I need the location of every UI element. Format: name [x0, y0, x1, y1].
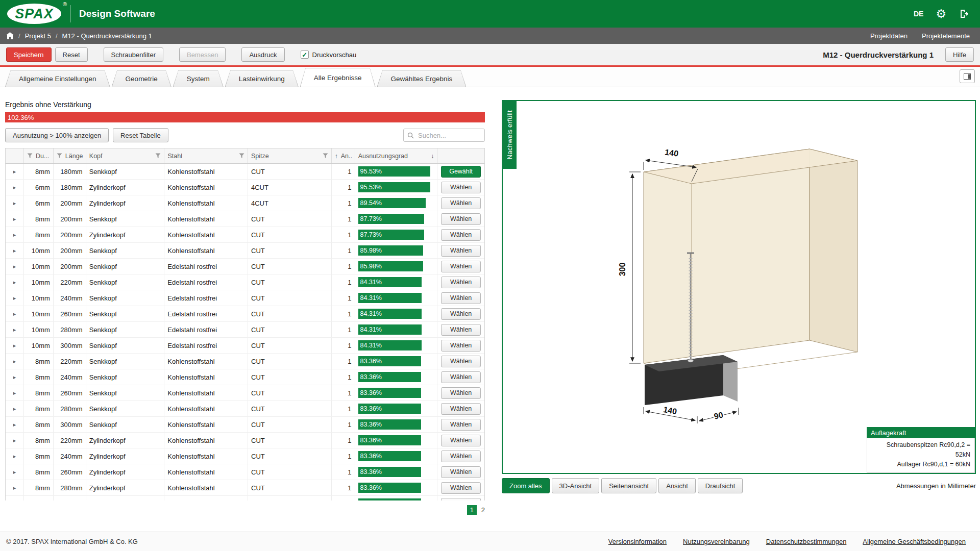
header-durchmesser[interactable]: Du... — [24, 148, 54, 163]
tab-system[interactable]: System — [173, 70, 224, 87]
row-expander[interactable]: ▸ — [6, 354, 24, 369]
row-expander[interactable]: ▸ — [6, 496, 24, 500]
table-row[interactable]: ▸ 8mm 220mm Senkkopf Kohlenstoffstahl CU… — [6, 354, 484, 369]
panel-toggle-button[interactable] — [960, 69, 975, 83]
ansicht-button[interactable]: Ansicht — [658, 478, 696, 493]
spax-logo[interactable]: SPAX ® — [7, 4, 61, 24]
row-expander[interactable]: ▸ — [6, 164, 24, 179]
row-expander[interactable]: ▸ — [6, 306, 24, 321]
row-expander[interactable]: ▸ — [6, 322, 24, 337]
seitenansicht-button[interactable]: Seitenansicht — [601, 478, 656, 493]
tab-geometrie[interactable]: Geometrie — [112, 70, 172, 87]
select-button[interactable]: Wählen — [441, 261, 481, 272]
filter-icon[interactable] — [57, 153, 62, 159]
header-kopf[interactable]: Kopf — [86, 148, 165, 163]
select-button[interactable]: Wählen — [441, 182, 481, 193]
table-row[interactable]: ▸ 8mm 260mm Zylinderkopf Kohlenstoffstah… — [6, 464, 484, 480]
datenschutzbestimmungen-link[interactable]: Datenschutzbestimmungen — [766, 538, 847, 545]
page-1-button[interactable]: 1 — [467, 505, 477, 515]
table-row[interactable]: ▸ 10mm 200mm Senkkopf Edelstahl rostfrei… — [6, 259, 484, 274]
table-row[interactable]: ▸ 8mm 280mm Senkkopf Kohlenstoffstahl CU… — [6, 401, 484, 417]
table-row[interactable]: ▸ 6mm 200mm Zylinderkopf Kohlenstoffstah… — [6, 195, 484, 211]
table-row[interactable]: ▸ 8mm 220mm Zylinderkopf Kohlenstoffstah… — [6, 433, 484, 448]
show-over-100-button[interactable]: Ausnutzung > 100% anzeigen — [5, 128, 109, 142]
select-button[interactable]: Wählen — [441, 356, 481, 367]
nutzungsvereinbarung-link[interactable]: Nutzungsvereinbarung — [683, 538, 750, 545]
row-expander[interactable]: ▸ — [6, 417, 24, 432]
tab-gewaehltes-ergebnis[interactable]: Gewähltes Ergebnis — [377, 70, 467, 87]
hilfe-button[interactable]: Hilfe — [945, 47, 974, 62]
reset-table-button[interactable]: Reset Tabelle — [113, 128, 168, 142]
row-expander[interactable]: ▸ — [6, 369, 24, 385]
druckvorschau-checkbox[interactable]: ✓ Druckvorschau — [301, 51, 357, 59]
tab-alle-ergebnisse[interactable]: Alle Ergebnisse — [300, 68, 376, 87]
zoom-alles-button[interactable]: Zoom alles — [502, 478, 550, 493]
select-button[interactable]: Wählen — [441, 213, 481, 225]
row-expander[interactable]: ▸ — [6, 448, 24, 464]
table-row[interactable]: ▸ 8mm 240mm Senkkopf Kohlenstoffstahl CU… — [6, 369, 484, 385]
table-row[interactable]: ▸ 8mm 280mm Zylinderkopf Kohlenstoffstah… — [6, 480, 484, 496]
header-laenge[interactable]: Länge — [54, 148, 86, 163]
header-spitze[interactable]: Spitze — [248, 148, 332, 163]
table-row[interactable]: ▸ 8mm 240mm Zylinderkopf Kohlenstoffstah… — [6, 448, 484, 464]
projektdaten-link[interactable]: Projektdaten — [870, 32, 908, 40]
logout-icon[interactable] — [959, 9, 970, 19]
row-expander[interactable]: ▸ — [6, 401, 24, 416]
breadcrumb-current[interactable]: M12 - Querdruckverstärkung 1 — [62, 32, 152, 40]
schraubenfilter-button[interactable]: Schraubenfilter — [104, 47, 163, 62]
table-row[interactable]: ▸ 8mm 300mm Senkkopf Kohlenstoffstahl CU… — [6, 417, 484, 433]
select-button[interactable]: Wählen — [441, 371, 481, 383]
row-expander[interactable]: ▸ — [6, 211, 24, 227]
table-row[interactable]: ▸ 8mm 200mm Senkkopf Kohlenstoffstahl CU… — [6, 211, 484, 227]
table-row[interactable]: ▸ 10mm 220mm Senkkopf Edelstahl rostfrei… — [6, 274, 484, 290]
row-expander[interactable]: ▸ — [6, 274, 24, 290]
table-row[interactable]: ▸ 8mm 260mm Senkkopf Kohlenstoffstahl CU… — [6, 385, 484, 401]
select-button[interactable]: Wählen — [441, 498, 481, 501]
filter-icon[interactable] — [155, 153, 161, 159]
row-expander[interactable]: ▸ — [6, 259, 24, 274]
select-button[interactable]: Wählen — [441, 324, 481, 336]
select-button[interactable]: Wählen — [441, 435, 481, 446]
header-anzahl[interactable]: ↑ An.. — [332, 148, 355, 163]
header-stahl[interactable]: Stahl — [164, 148, 248, 163]
table-row[interactable]: ▸ 10mm 300mm Senkkopf Edelstahl rostfrei… — [6, 338, 484, 354]
row-expander[interactable]: ▸ — [6, 227, 24, 242]
viewer-viewport[interactable]: 140 300 140 90 Nachweis erfüllt Auflagek… — [502, 100, 976, 474]
row-expander[interactable]: ▸ — [6, 385, 24, 400]
row-expander[interactable]: ▸ — [6, 464, 24, 480]
reset-button[interactable]: Reset — [55, 47, 88, 62]
speichern-button[interactable]: Speichern — [6, 47, 52, 62]
row-expander[interactable]: ▸ — [6, 480, 24, 495]
tab-lasteinwirkung[interactable]: Lasteinwirkung — [225, 70, 299, 87]
select-button[interactable]: Wählen — [441, 340, 481, 352]
breadcrumb-project[interactable]: Projekt 5 — [25, 32, 51, 40]
table-row[interactable]: ▸ 10mm 280mm Senkkopf Edelstahl rostfrei… — [6, 322, 484, 338]
header-ausnutzungsgrad[interactable]: Ausnutzungsgrad ↓ — [355, 148, 438, 163]
versionsinformation-link[interactable]: Versionsinformation — [608, 538, 667, 545]
select-button[interactable]: Wählen — [441, 466, 481, 478]
row-expander[interactable]: ▸ — [6, 433, 24, 448]
select-button[interactable]: Wählen — [441, 450, 481, 462]
settings-gear-icon[interactable]: ⚙ — [936, 8, 946, 20]
row-expander[interactable]: ▸ — [6, 243, 24, 258]
table-row[interactable]: ▸ 10mm 240mm Senkkopf Edelstahl rostfrei… — [6, 290, 484, 306]
select-button[interactable]: Wählen — [441, 197, 481, 209]
select-button[interactable]: Gewählt — [441, 166, 481, 178]
table-row[interactable]: ▸ 10mm 260mm Senkkopf Edelstahl rostfrei… — [6, 306, 484, 322]
agb-link[interactable]: Allgemeine Geschäftsbedingungen — [863, 538, 966, 545]
table-row[interactable]: ▸ 6mm 180mm Zylinderkopf Kohlenstoffstah… — [6, 180, 484, 195]
page-2-button[interactable]: 2 — [481, 506, 485, 514]
projektelemente-link[interactable]: Projektelemente — [922, 32, 970, 40]
tab-allgemeine-einstellungen[interactable]: Allgemeine Einstellungen — [5, 70, 110, 87]
row-expander[interactable]: ▸ — [6, 338, 24, 353]
table-row[interactable]: ▸ 10mm 200mm Senkkopf Kohlenstoffstahl C… — [6, 243, 484, 259]
select-button[interactable]: Wählen — [441, 387, 481, 399]
table-row[interactable]: ▸ 8mm 300mm Zylinderkopf Kohlenstoffstah… — [6, 496, 484, 500]
filter-icon[interactable] — [239, 153, 244, 159]
table-row[interactable]: ▸ 8mm 200mm Zylinderkopf Kohlenstoffstah… — [6, 227, 484, 243]
home-icon[interactable] — [6, 32, 14, 39]
row-expander[interactable]: ▸ — [6, 290, 24, 306]
select-button[interactable]: Wählen — [441, 308, 481, 320]
search-input[interactable] — [417, 131, 481, 140]
row-expander[interactable]: ▸ — [6, 180, 24, 195]
